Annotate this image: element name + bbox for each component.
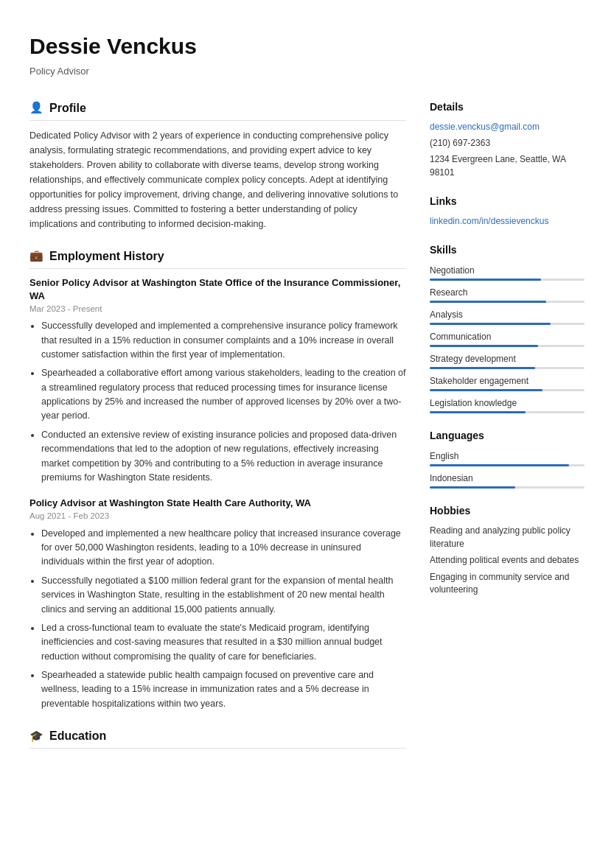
skill-label: Legislation knowledge <box>430 396 585 410</box>
lang-label: Indonesian <box>430 472 585 485</box>
skill-label: Communication <box>430 330 585 343</box>
linkedin-item: linkedin.com/in/dessievenckus <box>430 215 585 228</box>
skill-communication: Communication <box>430 330 585 347</box>
list-item: Conducted an extensive review of existin… <box>41 428 406 486</box>
hobbies-section: Hobbies Reading and analyzing public pol… <box>430 503 585 596</box>
skill-label: Negotiation <box>430 264 585 277</box>
skill-legislation: Legislation knowledge <box>430 396 585 413</box>
skill-bar-fill <box>430 367 535 369</box>
employment-heading: 💼 Employment History <box>29 248 406 269</box>
skill-bar-bg <box>430 345 585 347</box>
education-section: 🎓 Education <box>29 727 406 749</box>
job-2-dates: Aug 2021 - Feb 2023 <box>29 510 406 522</box>
details-section: Details dessie.venckus@gmail.com (210) 6… <box>430 99 585 180</box>
job-1: Senior Policy Advisor at Washington Stat… <box>29 276 406 486</box>
skill-bar-bg <box>430 411 585 413</box>
skill-bar-fill <box>430 389 543 391</box>
profile-heading: 👤 Profile <box>29 99 406 121</box>
lang-english: English <box>430 449 585 466</box>
list-item: Spearheaded a statewide public health ca… <box>41 668 406 711</box>
skill-stakeholder: Stakeholder engagement <box>430 374 585 391</box>
resume-page: Dessie Venckus Policy Advisor 👤 Profile … <box>0 0 614 868</box>
skill-bar-fill <box>430 279 541 281</box>
list-item: Led a cross-functional team to evaluate … <box>41 621 406 664</box>
languages-section: Languages English Indonesian <box>430 428 585 489</box>
right-column: Details dessie.venckus@gmail.com (210) 6… <box>430 99 585 766</box>
hobby-2: Attending political events and debates <box>430 554 585 567</box>
employment-label: Employment History <box>49 248 164 265</box>
skill-bar-bg <box>430 323 585 325</box>
employment-section: 💼 Employment History Senior Policy Advis… <box>29 248 406 712</box>
lang-bar-fill <box>430 486 515 489</box>
lang-bar-bg <box>430 486 585 489</box>
email-item: dessie.venckus@gmail.com <box>430 121 585 133</box>
address-item: 1234 Evergreen Lane, Seattle, WA 98101 <box>430 153 585 179</box>
job-2-title: Policy Advisor at Washington State Healt… <box>29 497 406 510</box>
skill-bar-fill <box>430 345 538 347</box>
profile-icon: 👤 <box>29 99 43 116</box>
skill-bar-bg <box>430 301 585 303</box>
skill-analysis: Analysis <box>430 308 585 325</box>
skill-label: Stakeholder engagement <box>430 374 585 388</box>
phone-item: (210) 697-2363 <box>430 137 585 150</box>
skill-bar-bg <box>430 279 585 281</box>
details-heading: Details <box>430 99 585 115</box>
profile-text: Dedicated Policy Advisor with 2 years of… <box>29 128 406 231</box>
hobbies-heading: Hobbies <box>430 503 585 519</box>
education-label: Education <box>49 727 106 745</box>
linkedin-link[interactable]: linkedin.com/in/dessievenckus <box>430 216 548 226</box>
employment-icon: 💼 <box>29 248 43 265</box>
links-heading: Links <box>430 194 585 209</box>
candidate-name: Dessie Venckus <box>29 29 585 63</box>
skill-bar-bg <box>430 367 585 369</box>
skill-label: Strategy development <box>430 352 585 365</box>
list-item: Successfully negotiated a $100 million f… <box>41 574 406 617</box>
job-1-title: Senior Policy Advisor at Washington Stat… <box>29 276 406 303</box>
lang-indonesian: Indonesian <box>430 472 585 489</box>
header: Dessie Venckus Policy Advisor <box>29 29 585 79</box>
skill-bar-fill <box>430 301 546 303</box>
lang-label: English <box>430 449 585 463</box>
job-1-dates: Mar 2023 - Present <box>29 303 406 315</box>
lang-bar-fill <box>430 464 569 466</box>
skill-research: Research <box>430 286 585 303</box>
skill-label: Analysis <box>430 308 585 321</box>
main-layout: 👤 Profile Dedicated Policy Advisor with … <box>29 99 585 766</box>
links-section: Links linkedin.com/in/dessievenckus <box>430 194 585 228</box>
skill-label: Research <box>430 286 585 299</box>
skill-bar-fill <box>430 411 526 413</box>
skill-bar-fill <box>430 323 551 325</box>
lang-bar-bg <box>430 464 585 466</box>
education-heading: 🎓 Education <box>29 727 406 749</box>
candidate-title: Policy Advisor <box>29 64 585 79</box>
list-item: Developed and implemented a new healthca… <box>41 527 406 570</box>
left-column: 👤 Profile Dedicated Policy Advisor with … <box>29 99 406 766</box>
skills-heading: Skills <box>430 242 585 258</box>
skill-bar-bg <box>430 389 585 391</box>
hobby-3: Engaging in community service and volunt… <box>430 571 585 597</box>
job-1-bullets: Successfully developed and implemented a… <box>29 319 406 485</box>
job-2: Policy Advisor at Washington State Healt… <box>29 497 406 711</box>
list-item: Spearheaded a collaborative effort among… <box>41 366 406 424</box>
list-item: Successfully developed and implemented a… <box>41 319 406 362</box>
skill-strategy: Strategy development <box>430 352 585 369</box>
job-2-bullets: Developed and implemented a new healthca… <box>29 527 406 712</box>
skill-negotiation: Negotiation <box>430 264 585 281</box>
languages-heading: Languages <box>430 428 585 444</box>
email-link[interactable]: dessie.venckus@gmail.com <box>430 122 540 132</box>
hobby-1: Reading and analyzing public policy lite… <box>430 525 585 550</box>
skills-section: Skills Negotiation Research Analysis <box>430 242 585 413</box>
education-icon: 🎓 <box>29 728 43 745</box>
profile-section: 👤 Profile Dedicated Policy Advisor with … <box>29 99 406 231</box>
profile-label: Profile <box>49 99 86 117</box>
